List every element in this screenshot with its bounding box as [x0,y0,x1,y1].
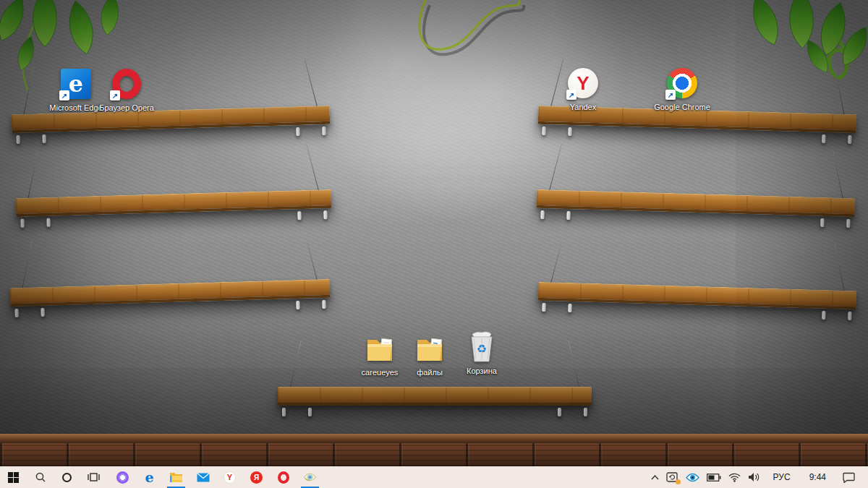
start-button[interactable] [0,466,27,488]
time-label: 9:44 [804,472,832,482]
clock[interactable]: 9:44 [800,466,835,488]
opera-icon [278,471,289,484]
icon-label: файлы [417,367,443,378]
taskbar-careueyes-button[interactable] [297,466,323,488]
desktop-icon-microsoft-edge[interactable]: e ↗ Microsoft Edge [48,69,104,114]
desktop-icon-opera[interactable]: ↗ Браузер Opera [98,69,155,114]
cortana-app-icon [116,471,129,484]
yandex-app-icon: Я [250,471,263,484]
tray-volume-button[interactable] [744,466,764,488]
taskbar-file-explorer-button[interactable] [163,466,190,488]
taskbar-yandex-app-button[interactable]: Я [243,466,270,488]
cortana-button[interactable] [54,466,80,488]
battery-icon [707,474,721,481]
task-view-icon [88,471,100,483]
language-indicator[interactable]: РУС [764,466,800,488]
edge-icon: e [145,471,153,484]
icon-label: Yandex [570,102,597,113]
shortcut-arrow-icon: ↗ [59,90,69,100]
icon-label: careueyes [362,367,399,378]
svg-text:♻: ♻ [477,343,487,355]
taskbar-edge-button[interactable]: e [136,466,163,488]
icon-label: Браузер Opera [99,103,154,114]
icon-label: Корзина [467,366,497,377]
recycle-bin-icon: ♻ [467,331,497,363]
desktop-icon-files-folder[interactable]: файлы [401,333,458,378]
search-button[interactable] [27,466,54,488]
system-tray: РУС 9:44 [647,466,868,488]
folder-icon [365,333,395,364]
tray-overflow-button[interactable] [647,466,663,488]
careueyes-icon [303,472,317,482]
taskbar-left: e Y Я [0,466,323,488]
action-center-button[interactable] [835,466,862,488]
desktop: e ↗ Microsoft Edge ↗ Браузер Opera Y ↗ Y… [0,0,868,488]
eye-icon [686,473,699,482]
shortcut-arrow-icon: ↗ [110,90,120,100]
icon-label: Google Chrome [654,102,710,113]
desktop-icon-google-chrome[interactable]: ↗ Google Chrome [654,68,710,113]
search-icon [35,471,46,483]
action-center-icon [843,472,855,483]
baseboard [0,434,868,443]
cortana-ring-icon [62,473,72,482]
taskbar-yandex-browser-button[interactable]: Y [216,466,243,488]
language-label: РУС [767,472,796,482]
desktop-icon-recycle-bin[interactable]: ♻ Корзина [454,332,510,377]
wood-floor [0,443,868,466]
icon-label: Microsoft Edge [49,103,102,114]
task-view-button[interactable] [80,466,107,488]
file-explorer-icon [169,472,183,483]
wifi-icon [728,473,741,482]
mail-icon [197,473,210,482]
wall-shelf-bottom-center [278,387,592,408]
speaker-icon [748,472,760,482]
tray-update-button[interactable] [663,466,682,488]
taskbar-opera-button[interactable] [270,466,297,488]
taskbar-mail-button[interactable] [190,466,216,488]
cortana-app-button[interactable] [109,466,136,488]
windows-logo-icon [8,472,19,483]
yandex-browser-icon: Y [224,471,236,484]
chevron-up-icon [651,475,659,480]
notification-dot [676,479,681,484]
taskbar: e Y Я [0,466,868,488]
shortcut-arrow-icon: ↗ [566,90,576,100]
desktop-icon-careueyes-folder[interactable]: careueyes [352,333,408,378]
shortcut-arrow-icon: ↗ [665,90,676,100]
tray-careueyes-button[interactable] [682,466,703,488]
tray-battery-button[interactable] [703,466,725,488]
tray-wifi-button[interactable] [725,466,744,488]
desktop-icon-yandex[interactable]: Y ↗ Yandex [555,68,611,113]
folder-icon [414,333,445,364]
